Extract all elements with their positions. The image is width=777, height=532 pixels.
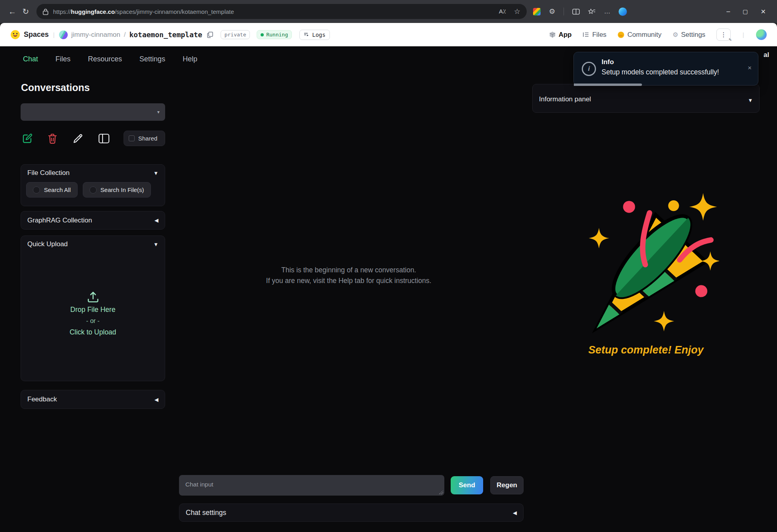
hf-nav-app[interactable]: App <box>549 31 571 39</box>
shared-toggle[interactable]: Shared <box>124 131 165 146</box>
checkbox-icon <box>129 135 135 141</box>
hf-nav-settings[interactable]: ⚙ Settings <box>672 31 705 39</box>
click-to-upload-link[interactable]: Click to Upload <box>70 328 116 336</box>
chevron-down-icon: ▾ <box>157 109 160 115</box>
files-icon <box>583 32 589 38</box>
upload-icon <box>87 291 99 303</box>
side-panel-icon[interactable] <box>98 133 110 144</box>
caret-left-icon: ◀ <box>154 217 158 223</box>
hf-brand[interactable]: Spaces <box>24 30 49 39</box>
setup-complete-text: Setup complete! Enjoy <box>532 344 760 356</box>
regen-button[interactable]: Regen <box>490 476 524 494</box>
browser-toolbar: ← ↻ https://huggingface.co/spaces/jimmy-… <box>0 0 777 23</box>
conversations-title: Conversations <box>21 82 90 93</box>
search-in-files-radio[interactable]: Search In File(s) <box>83 182 151 198</box>
url-scheme: https:// <box>53 8 71 15</box>
browser-essentials-icon[interactable] <box>533 8 541 15</box>
gear-icon: ⚙ <box>672 31 678 38</box>
tab-files[interactable]: Files <box>55 55 70 63</box>
kotaemon-app: Chat Files Resources Settings Help al Co… <box>0 46 777 532</box>
file-collection-panel: File Collection ▼ Search All Search In F… <box>21 164 165 206</box>
toast-message: Setup models completed successfully! <box>602 68 719 76</box>
repo-name[interactable]: kotaemon_template <box>129 30 202 39</box>
file-dropzone[interactable]: Drop File Here - or - Click to Upload <box>21 291 165 336</box>
path-slash: / <box>124 31 126 39</box>
tab-chat[interactable]: Chat <box>23 55 38 63</box>
url-path: /spaces/jimmy-cinnamon/kotaemon_template <box>115 8 234 15</box>
or-label: - or - <box>86 317 100 325</box>
feedback-panel: Feedback ◀ <box>21 390 165 409</box>
feedback-header[interactable]: Feedback ◀ <box>21 390 165 408</box>
url-text: https://huggingface.co/spaces/jimmy-cinn… <box>53 8 234 15</box>
delete-icon[interactable] <box>48 133 57 144</box>
tab-help[interactable]: Help <box>183 55 197 63</box>
radio-icon <box>90 186 97 194</box>
hf-nav-community[interactable]: Community <box>617 31 661 39</box>
caret-down-icon: ▼ <box>153 241 158 247</box>
logs-icon <box>304 32 309 37</box>
logs-button[interactable]: Logs <box>299 30 330 40</box>
graphrag-header[interactable]: GraphRAG Collection ◀ <box>21 211 165 229</box>
hf-logo-icon <box>10 30 20 40</box>
refresh-icon[interactable]: ↻ <box>19 7 32 16</box>
graphrag-panel: GraphRAG Collection ◀ <box>21 211 165 230</box>
extensions-icon[interactable]: ⚙ <box>549 7 555 16</box>
minimize-button[interactable]: – <box>726 8 730 15</box>
space-options-button[interactable]: ⋮ ✎ <box>716 28 731 41</box>
collections-icon[interactable] <box>588 8 596 15</box>
more-menu-icon[interactable]: … <box>604 8 610 15</box>
favorite-star-icon[interactable]: ☆ <box>514 7 520 16</box>
toast-close-icon[interactable]: × <box>748 64 752 72</box>
private-badge: private <box>221 30 250 39</box>
caret-down-icon: ▼ <box>153 170 158 176</box>
tab-resources[interactable]: Resources <box>88 55 122 63</box>
toast-title: Info <box>602 58 614 66</box>
user-avatar[interactable] <box>756 29 767 40</box>
hf-header: Spaces | jimmy-cinnamon / kotaemon_templ… <box>0 23 777 46</box>
chat-input[interactable] <box>179 475 444 496</box>
back-icon[interactable]: ← <box>6 7 19 16</box>
app-icon <box>549 31 556 38</box>
conversation-select[interactable]: ▾ <box>21 103 165 121</box>
rename-icon[interactable] <box>72 133 83 144</box>
radio-icon <box>33 186 40 194</box>
owner-avatar[interactable] <box>59 30 68 39</box>
chat-settings-header[interactable]: Chat settings ◀ <box>179 504 523 521</box>
copilot-icon[interactable] <box>619 8 627 16</box>
close-button[interactable]: ✕ <box>761 8 766 15</box>
running-badge: Running <box>257 30 292 39</box>
webpage: Spaces | jimmy-cinnamon / kotaemon_templ… <box>0 23 777 532</box>
drop-file-label: Drop File Here <box>70 306 116 314</box>
clipped-text-fragment: al <box>764 51 769 59</box>
send-button[interactable]: Send <box>451 476 483 494</box>
maximize-button[interactable]: ▢ <box>743 8 748 15</box>
empty-line-2: If you are new, visit the Help tab for q… <box>165 276 532 286</box>
caret-down-icon: ▼ <box>748 97 753 103</box>
tab-settings[interactable]: Settings <box>139 55 165 63</box>
quick-upload-header[interactable]: Quick Upload ▼ <box>21 236 165 253</box>
new-chat-icon[interactable] <box>22 133 32 144</box>
info-icon: i <box>582 62 596 76</box>
search-all-radio[interactable]: Search All <box>26 182 78 198</box>
owner-name[interactable]: jimmy-cinnamon <box>71 31 120 39</box>
empty-line-1: This is the beginning of a new conversat… <box>165 265 532 276</box>
hf-nav-files[interactable]: Files <box>583 31 606 39</box>
header-divider-2: | <box>743 31 744 38</box>
screen: ← ↻ https://huggingface.co/spaces/jimmy-… <box>0 0 777 532</box>
file-collection-header[interactable]: File Collection ▼ <box>21 165 165 181</box>
address-bar[interactable]: https://huggingface.co/spaces/jimmy-cinn… <box>36 4 527 19</box>
toast-progress-bar <box>574 84 642 86</box>
split-screen-icon[interactable] <box>572 9 580 15</box>
copy-icon[interactable] <box>207 32 213 38</box>
conversation-actions <box>22 131 110 146</box>
quick-upload-panel: Quick Upload ▼ Drop File Here - or - Cli… <box>21 236 165 381</box>
running-dot <box>261 33 264 36</box>
lock-icon <box>43 8 48 15</box>
toolbar-divider <box>564 8 564 15</box>
url-domain: huggingface.co <box>71 8 115 15</box>
information-panel-header[interactable]: Information panel ▼ <box>533 84 759 106</box>
empty-conversation-message: This is the beginning of a new conversat… <box>165 265 532 286</box>
read-aloud-icon[interactable]: A٪ <box>499 8 506 15</box>
party-popper-icon <box>573 189 719 339</box>
resize-handle[interactable] <box>439 490 443 494</box>
